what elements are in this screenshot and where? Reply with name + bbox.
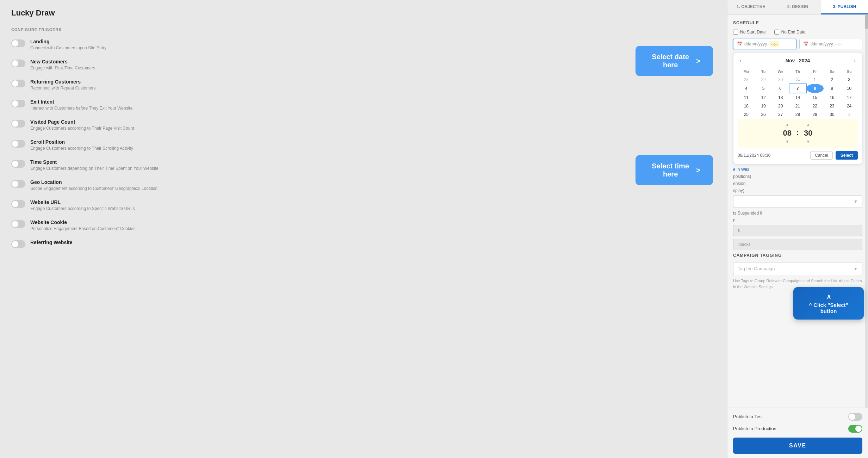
calendar-day-cell[interactable]: 12 (755, 93, 772, 102)
calendar-day-cell[interactable]: 6 (772, 84, 789, 93)
calendar-day-cell[interactable]: 26 (755, 110, 772, 119)
hours-up-button[interactable]: ▲ (784, 122, 791, 127)
hours-down-button[interactable]: ▼ (784, 139, 791, 144)
trigger-toggle-2[interactable] (11, 80, 25, 87)
campaign-tag-dropdown[interactable]: Tag the Campaign ▼ (733, 262, 862, 275)
wiki-link[interactable]: e in Wiki (733, 167, 749, 172)
calendar-day-cell[interactable]: 18 (738, 102, 755, 110)
trigger-name-8: Website URL (30, 199, 135, 205)
display-dropdown[interactable]: ▼ (733, 195, 862, 208)
tab-objective[interactable]: 1. OBJECTIVE (727, 0, 774, 14)
calendar-day-cell[interactable]: 28 (789, 110, 806, 119)
calendar-day-cell[interactable]: 9 (824, 84, 841, 93)
time-picker: ▲ 08 ▼ : ▲ 30 ▼ (738, 119, 858, 148)
end-date-input[interactable]: 📅 dd/mm/yyyy, --:-- (799, 39, 863, 49)
calendar-day-header: Su (841, 68, 858, 75)
calendar-day-cell[interactable]: 28 (738, 75, 755, 84)
trigger-name-1: New Customers (30, 59, 95, 64)
no-start-date-checkbox[interactable] (733, 30, 738, 35)
calendar-day-cell[interactable]: 24 (841, 102, 858, 110)
trigger-text-2: Returning Customers Reconnect with Repea… (30, 79, 95, 91)
calendar-day-cell[interactable]: 14 (789, 93, 806, 102)
calendar-next-button[interactable]: › (852, 57, 858, 64)
calendar-day-cell[interactable]: 1 (806, 75, 824, 84)
trigger-toggle-7[interactable] (11, 180, 25, 188)
trigger-toggle-9[interactable] (11, 220, 25, 228)
calendar-day-cell[interactable]: 31 (789, 75, 806, 84)
extension-text: ension (733, 181, 862, 186)
tab-publish[interactable]: 3. PUBLISH (821, 0, 868, 14)
trigger-toggle-8[interactable] (11, 200, 25, 208)
date-checkboxes: No Start Date No End Date (733, 30, 862, 35)
calendar-icon-start: 📅 (737, 42, 742, 47)
tab-design[interactable]: 2. DESIGN (774, 0, 821, 14)
save-button[interactable]: SAVE (733, 438, 862, 454)
calendar-day-cell[interactable]: 29 (755, 75, 772, 84)
select-time-label: Select time here (648, 162, 693, 178)
trigger-name-3: Exit Intent (30, 99, 132, 105)
trigger-toggle-0[interactable] (11, 39, 25, 47)
hours-column: ▲ 08 ▼ (780, 122, 795, 144)
calendar-day-cell[interactable]: 11 (738, 93, 755, 102)
calendar-day-cell[interactable]: 16 (824, 93, 841, 102)
no-end-date-label[interactable]: No End Date (774, 30, 806, 35)
trigger-toggle-6[interactable] (11, 160, 25, 168)
trigger-item: Scroll Position Engage Customers accordi… (11, 139, 716, 151)
minutes-up-button[interactable]: ▲ (805, 122, 812, 127)
scrollbar-track[interactable] (865, 15, 868, 408)
calendar-day-cell[interactable]: 5 (755, 84, 772, 93)
start-date-input[interactable]: 📅 dd/mm/yyyy, --:-- (733, 39, 796, 49)
trigger-toggle-5[interactable] (11, 140, 25, 148)
suspended-text: ts Suspended if (733, 211, 862, 216)
calendar-day-cell[interactable]: 8 (806, 84, 824, 93)
no-start-date-label[interactable]: No Start Date (733, 30, 766, 35)
calendar-day-cell[interactable]: 23 (824, 102, 841, 110)
trigger-name-5: Scroll Position (30, 139, 133, 145)
calendar-day-cell[interactable]: 22 (806, 102, 824, 110)
calendar-day-cell[interactable]: 7 (789, 84, 806, 93)
no-end-date-checkbox[interactable] (774, 30, 779, 35)
suspended-sub-text: n (733, 218, 862, 223)
trigger-toggle-10[interactable] (11, 240, 25, 248)
trigger-item: Returning Customers Reconnect with Repea… (11, 79, 716, 91)
trigger-desc-4: Engage Customers according to Their Page… (30, 126, 134, 131)
calendar-day-cell[interactable]: 1 (841, 110, 858, 119)
publish-test-toggle[interactable] (848, 413, 862, 421)
calendar-day-cell[interactable]: 2 (824, 75, 841, 84)
right-content: SCHEDULE No Start Date No End Date 📅 dd/… (727, 15, 868, 408)
calendar-day-cell[interactable]: 10 (841, 84, 858, 93)
input-callbacks[interactable]: llbacks (733, 239, 862, 250)
calendar-day-cell[interactable]: 3 (841, 75, 858, 84)
triggers-list: Landing Connect with Customers upon Site… (11, 39, 716, 248)
calendar-week-row: 18192021222324 (738, 102, 858, 110)
calendar-day-cell[interactable]: 13 (772, 93, 789, 102)
minutes-down-button[interactable]: ▼ (805, 139, 812, 144)
calendar-day-cell[interactable]: 27 (772, 110, 789, 119)
calendar-day-cell[interactable]: 20 (772, 102, 789, 110)
calendar-day-cell[interactable]: 4 (738, 84, 755, 93)
calendar-action-buttons: Cancel Select (810, 151, 858, 160)
calendar-day-cell[interactable]: 17 (841, 93, 858, 102)
calendar-cancel-button[interactable]: Cancel (810, 151, 832, 160)
calendar-select-button[interactable]: Select (836, 151, 858, 160)
trigger-desc-5: Engage Customers according to Their Scro… (30, 146, 133, 151)
calendar-day-cell[interactable]: 30 (772, 75, 789, 84)
calendar-day-cell[interactable]: 29 (806, 110, 824, 119)
trigger-toggle-4[interactable] (11, 120, 25, 128)
calendar-day-cell[interactable]: 25 (738, 110, 755, 119)
select-date-button[interactable]: Select date here > (636, 46, 713, 76)
trigger-toggle-1[interactable] (11, 60, 25, 67)
calendar-day-cell[interactable]: 30 (824, 110, 841, 119)
select-time-button[interactable]: Select time here > (636, 155, 713, 185)
calendar-prev-button[interactable]: ‹ (738, 57, 744, 64)
publish-prod-toggle[interactable] (848, 425, 862, 433)
calendar-day-cell[interactable]: 21 (789, 102, 806, 110)
scrollbar-thumb[interactable] (865, 15, 868, 29)
trigger-desc-8: Engage Customers according to Specific W… (30, 206, 135, 211)
trigger-toggle-3[interactable] (11, 100, 25, 107)
tooltip-text: Click "Select" button (813, 302, 848, 314)
calendar-day-cell[interactable]: 15 (806, 93, 824, 102)
select-date-label: Select date here (648, 53, 693, 69)
calendar-day-cell[interactable]: 19 (755, 102, 772, 110)
input-s[interactable]: s (733, 225, 862, 236)
